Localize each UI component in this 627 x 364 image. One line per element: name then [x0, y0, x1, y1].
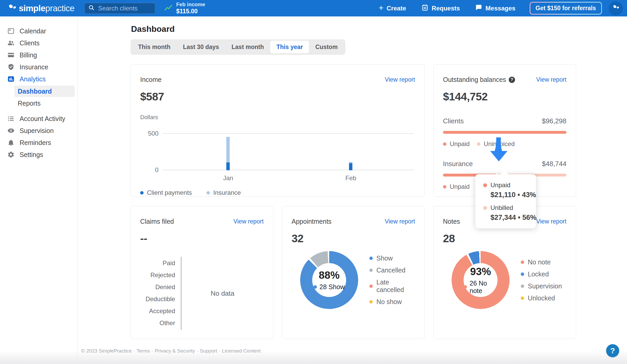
- create-button[interactable]: + Create: [378, 5, 406, 12]
- cancelled-legend-dot: [369, 269, 373, 272]
- income-bar-feb[interactable]: [349, 162, 352, 170]
- claims-empty-state: No data: [181, 257, 264, 330]
- cursor-down-arrow-pointer: [489, 137, 509, 162]
- messages-button[interactable]: Messages: [475, 4, 516, 13]
- butterfly-avatar-icon: [612, 4, 620, 13]
- tab-this-month[interactable]: This month: [132, 41, 177, 53]
- notes-view-report-link[interactable]: View report: [536, 218, 566, 225]
- sidebar-item-analytics[interactable]: Analytics: [0, 73, 77, 85]
- unlocked-legend-dot: [521, 296, 524, 300]
- terms-link[interactable]: Terms: [137, 348, 150, 354]
- sidebar-item-reminders[interactable]: Reminders: [0, 137, 77, 149]
- outstanding-balances-card: Outstanding balances ? View report $144,…: [433, 64, 576, 197]
- sidebar-item-billing[interactable]: Billing: [0, 49, 77, 61]
- income-bar-jan[interactable]: [226, 137, 230, 170]
- income-total: $587: [140, 90, 415, 103]
- sidebar-item-dashboard[interactable]: Dashboard: [14, 86, 75, 97]
- tab-this-year[interactable]: This year: [270, 41, 309, 53]
- top-navigation-bar: simplepractice Search clients Feb income…: [0, 0, 627, 16]
- tab-custom[interactable]: Custom: [309, 41, 344, 53]
- appointments-center-percent: 88%: [319, 269, 340, 281]
- no-show-legend-dot: [369, 300, 373, 304]
- referral-promo-button[interactable]: Get $150 for referrals: [530, 2, 602, 15]
- claims-view-report-link[interactable]: View report: [233, 218, 264, 225]
- feb-client-payments-segment: [349, 163, 352, 170]
- help-button[interactable]: ?: [606, 344, 619, 357]
- notes-total: 28: [443, 232, 566, 245]
- income-legend: Client payments Insurance: [140, 189, 415, 196]
- date-range-tabs: This month Last 30 days Last month This …: [131, 39, 345, 55]
- search-clients-input[interactable]: Search clients: [84, 3, 155, 14]
- sidebar-navigation: Calendar Clients Billing Insurance Analy…: [0, 16, 78, 364]
- gear-icon: [7, 151, 15, 159]
- x-tick-jan: Jan: [218, 174, 239, 182]
- main-content: Dashboard This month Last 30 days Last m…: [78, 16, 627, 364]
- trend-up-icon: [164, 4, 173, 13]
- shield-check-icon: [7, 63, 15, 71]
- clients-amount: $96,298: [542, 117, 566, 125]
- credit-card-icon: [7, 51, 15, 59]
- gridline-0: [163, 170, 414, 170]
- y-tick-0: 0: [140, 166, 158, 174]
- support-link[interactable]: Support: [200, 348, 217, 354]
- outstanding-total: $144,752: [443, 90, 566, 103]
- income-view-report-link[interactable]: View report: [385, 76, 415, 83]
- copyright-text: © 2023 SimplePractice: [81, 348, 132, 354]
- client-payments-legend-dot: [140, 191, 144, 195]
- no-note-dot: [464, 285, 467, 289]
- simplepractice-logo[interactable]: simplepractice: [7, 3, 74, 13]
- calendar-icon: [7, 27, 15, 35]
- y-tick-500: 500: [140, 130, 158, 137]
- tab-last-month[interactable]: Last month: [225, 41, 270, 53]
- clients-balance-bar[interactable]: [443, 131, 566, 134]
- income-axis-label: Dollars: [140, 114, 415, 121]
- appointments-card-title: Appointments: [292, 218, 332, 225]
- search-icon: [88, 4, 95, 12]
- income-summary-widget[interactable]: Feb income $115.00: [164, 2, 205, 15]
- outstanding-card-title: Outstanding balances: [443, 76, 506, 83]
- butterfly-logo-icon: [7, 3, 17, 13]
- show-legend-dot: [369, 257, 373, 260]
- sidebar-item-supervision[interactable]: Supervision: [0, 125, 77, 137]
- notes-donut-chart[interactable]: 93% 26 No note: [452, 251, 510, 309]
- privacy-security-link[interactable]: Privacy & Security: [155, 348, 195, 354]
- late-cancelled-legend-dot: [369, 284, 373, 288]
- jan-insurance-segment: [226, 137, 230, 162]
- sidebar-divider-gap: [0, 110, 77, 113]
- income-card-title: Income: [140, 76, 162, 83]
- x-tick-feb: Feb: [340, 174, 361, 182]
- supervision-legend-dot: [521, 284, 524, 288]
- dashboard-card-grid: Income View report $587 Dollars 500 0: [131, 64, 576, 339]
- insurance-unpaid-legend-dot: [443, 185, 446, 189]
- bell-icon: [7, 139, 15, 147]
- locked-legend-dot: [521, 272, 524, 276]
- tooltip-unpaid-dot: [483, 183, 487, 187]
- search-placeholder: Search clients: [98, 5, 138, 12]
- tooltip-unbilled-value: $27,344 • 56%: [490, 214, 530, 222]
- clients-label: Clients: [443, 117, 464, 125]
- account-avatar[interactable]: [609, 1, 623, 15]
- insurance-legend-dot: [206, 191, 210, 195]
- licensed-content-link[interactable]: Licensed Content: [222, 348, 261, 354]
- help-question-icon[interactable]: ?: [509, 77, 515, 83]
- requests-button[interactable]: Requests: [421, 4, 460, 13]
- analytics-bar-chart-icon: [7, 75, 15, 83]
- tab-last-30-days[interactable]: Last 30 days: [177, 41, 225, 53]
- message-bubble-icon: [475, 4, 482, 13]
- sidebar-item-insurance[interactable]: Insurance: [0, 61, 77, 73]
- sidebar-item-settings[interactable]: Settings: [0, 149, 77, 161]
- sidebar-item-reports[interactable]: Reports: [14, 98, 75, 109]
- notes-center-percent: 93%: [470, 266, 491, 277]
- outstanding-view-report-link[interactable]: View report: [536, 76, 566, 83]
- claims-bar-chart: Paid Rejected Denied Deductible Accepted…: [140, 257, 264, 330]
- insurance-label: Insurance: [443, 160, 473, 168]
- sidebar-item-account-activity[interactable]: Account Activity: [0, 113, 77, 125]
- appointments-donut-chart[interactable]: 88% 28 Show: [300, 251, 358, 309]
- claims-card-title: Claims filed: [140, 218, 174, 225]
- sidebar-item-calendar[interactable]: Calendar: [0, 25, 77, 37]
- no-note-legend-dot: [521, 260, 524, 264]
- appointments-view-report-link[interactable]: View report: [385, 218, 415, 225]
- income-bar-chart: 500 0 Jan Feb: [140, 129, 415, 172]
- sidebar-item-clients[interactable]: Clients: [0, 37, 77, 49]
- appointments-total: 32: [292, 232, 415, 245]
